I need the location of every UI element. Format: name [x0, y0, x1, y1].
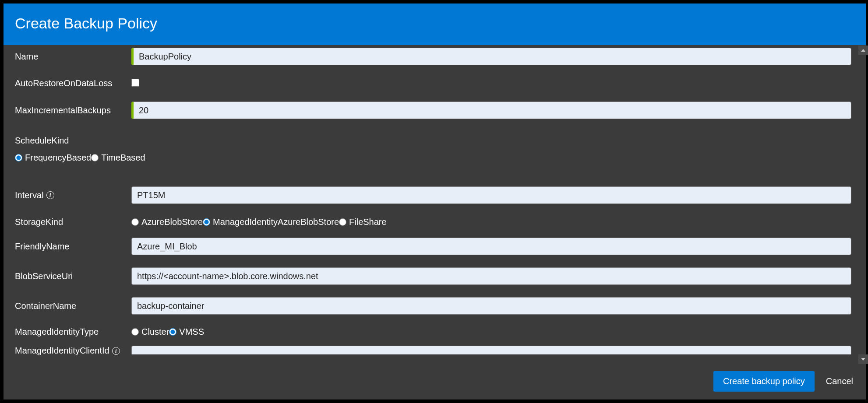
scrollbar-up-button[interactable]: [858, 46, 868, 55]
storagekind-radio-managedidentityazureblobstore[interactable]: [203, 218, 210, 226]
managedidentitytype-radios: Cluster VMSS: [131, 327, 851, 337]
storagekind-option-2: FileShare: [349, 217, 387, 227]
blobserviceuri-input[interactable]: [131, 267, 851, 285]
containername-input[interactable]: [131, 297, 851, 315]
interval-input[interactable]: [131, 186, 851, 204]
schedulekind-radios: FrequencyBased TimeBased: [15, 153, 855, 163]
info-icon[interactable]: i: [112, 347, 120, 355]
schedulekind-option-0: FrequencyBased: [25, 153, 91, 163]
managedidentityclientid-input[interactable]: [131, 346, 851, 354]
schedulekind-radio-timebased[interactable]: [91, 154, 99, 161]
name-label: Name: [15, 52, 131, 62]
info-icon[interactable]: i: [46, 191, 54, 199]
storagekind-radio-fileshare[interactable]: [339, 218, 346, 226]
scrollbar-down-button[interactable]: [858, 354, 868, 364]
maxincremental-label: MaxIncrementalBackups: [15, 105, 131, 116]
managedidentityclientid-label: ManagedIdentityClientId: [15, 346, 109, 356]
managedidentitytype-label: ManagedIdentityType: [15, 327, 131, 337]
modal-title: Create Backup Policy: [15, 15, 157, 32]
blobserviceuri-label: BlobServiceUri: [15, 271, 131, 281]
create-backup-policy-button[interactable]: Create backup policy: [713, 371, 815, 392]
name-input[interactable]: [131, 48, 851, 65]
managedidentitytype-radio-vmss[interactable]: [169, 328, 176, 336]
schedulekind-option-1: TimeBased: [101, 153, 145, 163]
cancel-button[interactable]: Cancel: [826, 376, 853, 386]
schedulekind-label: ScheduleKind: [15, 136, 855, 146]
modal-header: Create Backup Policy: [4, 4, 866, 45]
autorestore-checkbox[interactable]: [131, 79, 139, 87]
schedulekind-radio-frequencybased[interactable]: [15, 154, 22, 161]
friendlyname-input[interactable]: [131, 238, 851, 255]
managedidentitytype-option-0: Cluster: [141, 327, 169, 337]
storagekind-option-0: AzureBlobStore: [141, 217, 203, 227]
storagekind-option-1: ManagedIdentityAzureBlobStore: [213, 217, 339, 227]
storagekind-radio-azureblobstore[interactable]: [131, 218, 139, 226]
autorestore-label: AutoRestoreOnDataLoss: [15, 78, 131, 88]
friendlyname-label: FriendlyName: [15, 242, 131, 252]
containername-label: ContainerName: [15, 301, 131, 311]
interval-label: Interval: [15, 190, 44, 200]
storagekind-radios: AzureBlobStore ManagedIdentityAzureBlobS…: [131, 217, 851, 227]
maxincremental-input[interactable]: [131, 102, 851, 119]
create-backup-policy-modal: Create Backup Policy Name AutoRestoreOnD…: [4, 4, 866, 399]
managedidentitytype-option-1: VMSS: [179, 327, 204, 337]
modal-body: Name AutoRestoreOnDataLoss MaxIncrementa…: [4, 45, 866, 363]
storagekind-label: StorageKind: [15, 217, 131, 227]
modal-footer: Create backup policy Cancel: [4, 363, 866, 399]
managedidentitytype-radio-cluster[interactable]: [131, 328, 139, 336]
